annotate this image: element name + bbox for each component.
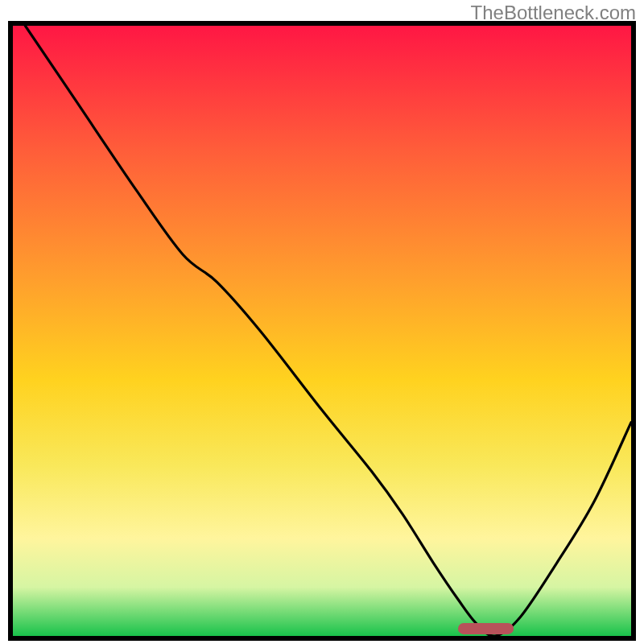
optimum-marker bbox=[458, 623, 514, 634]
watermark-text: TheBottleneck.com bbox=[471, 2, 636, 24]
chart-container: TheBottleneck.com bbox=[0, 0, 644, 644]
chart-svg bbox=[13, 26, 631, 636]
gradient-background bbox=[13, 26, 631, 636]
plot-area bbox=[8, 21, 636, 641]
